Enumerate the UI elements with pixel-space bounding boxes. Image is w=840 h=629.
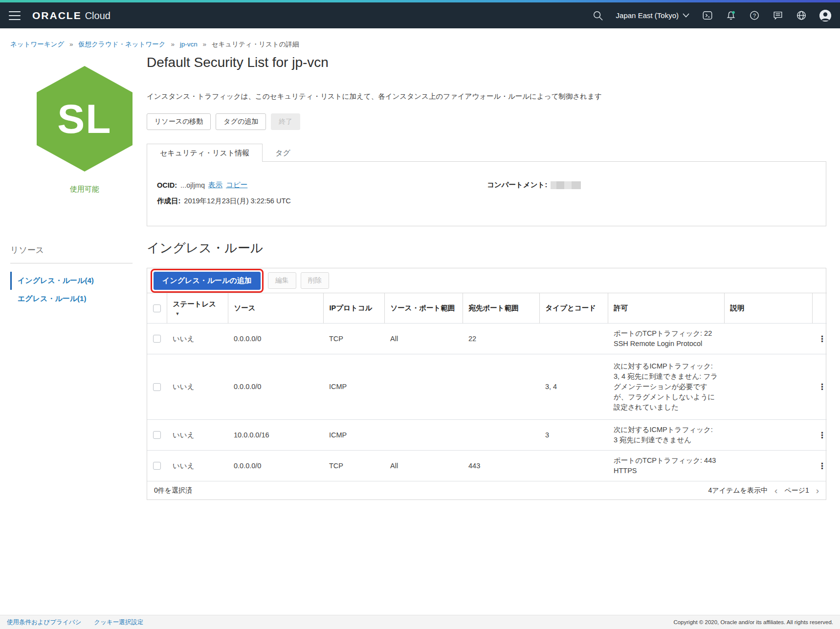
cell-dst-port bbox=[463, 354, 539, 420]
edit-button[interactable]: 編集 bbox=[268, 272, 296, 289]
cell-stateless: いいえ bbox=[167, 420, 228, 451]
cell-source: 10.0.0.0/16 bbox=[228, 420, 323, 451]
cookie-preferences-link[interactable]: クッキー選択設定 bbox=[94, 618, 143, 627]
table-header-row: ステートレス▼ ソース IPプロトコル ソース・ポート範囲 宛先ポート範囲 タイ… bbox=[147, 293, 827, 324]
oracle-cloud-logo[interactable]: ORACLE Cloud bbox=[32, 10, 111, 22]
tab-tags[interactable]: タグ bbox=[263, 144, 303, 162]
cell-type-code: 3 bbox=[539, 420, 608, 451]
compartment-label: コンパートメント: bbox=[487, 180, 547, 190]
ingress-rules-table-container: イングレス・ルールの追加 編集 削除 ステートレス▼ ソース IPプロトコル ソ… bbox=[147, 268, 826, 500]
header-description: 説明 bbox=[724, 293, 812, 324]
table-footer: 0件を選択済 4アイテムを表示中 ‹ ページ1 › bbox=[147, 481, 826, 499]
security-list-info-panel: OCID: ...ojljmq 表示 コピー 作成日: 2019年12月23日(… bbox=[147, 161, 826, 226]
page-indicator: ページ1 bbox=[784, 486, 809, 495]
row-kebab-menu-icon[interactable]: ⋮ bbox=[812, 354, 827, 420]
table-row: いいえ 0.0.0.0/0 TCP All 443 ポートのTCPトラフィック:… bbox=[147, 451, 827, 481]
row-checkbox[interactable] bbox=[153, 383, 161, 391]
header-allows: 許可 bbox=[608, 293, 724, 324]
row-checkbox[interactable] bbox=[153, 462, 161, 470]
red-highlight-annotation: イングレス・ルールの追加 bbox=[151, 269, 264, 293]
sidebar-heading: リソース bbox=[10, 244, 44, 256]
ocid-copy-link[interactable]: コピー bbox=[226, 180, 247, 190]
header-actions bbox=[812, 293, 827, 324]
cell-source: 0.0.0.0/0 bbox=[228, 354, 323, 420]
resource-actions: リソースの移動 タグの追加 終了 bbox=[147, 113, 300, 130]
select-all-checkbox[interactable] bbox=[153, 304, 161, 312]
cell-stateless: いいえ bbox=[167, 324, 228, 354]
header-type-and-code: タイプとコード bbox=[539, 293, 608, 324]
terminate-button[interactable]: 終了 bbox=[271, 113, 300, 130]
main-content: Default Security List for jp-vcn インスタンス・… bbox=[147, 0, 826, 629]
copyright-text: Copyright © 2020, Oracle and/or its affi… bbox=[673, 619, 833, 625]
ingress-rules-heading: イングレス・ルール bbox=[147, 239, 263, 257]
cell-src-port bbox=[384, 354, 463, 420]
cell-protocol: TCP bbox=[323, 451, 384, 481]
selected-count: 0件を選択済 bbox=[154, 486, 192, 495]
row-kebab-menu-icon[interactable]: ⋮ bbox=[812, 451, 827, 481]
page-prev-icon[interactable]: ‹ bbox=[774, 486, 777, 495]
cell-description bbox=[724, 324, 812, 354]
cell-dst-port: 443 bbox=[463, 451, 539, 481]
created-label: 作成日: bbox=[157, 196, 180, 206]
sidebar-item-egress-rules[interactable]: エグレス・ルール(1) bbox=[10, 290, 133, 308]
cell-stateless: いいえ bbox=[167, 354, 228, 420]
items-showing: 4アイテムを表示中 bbox=[708, 486, 767, 495]
cell-src-port bbox=[384, 420, 463, 451]
cell-stateless: いいえ bbox=[167, 451, 228, 481]
header-source: ソース bbox=[228, 293, 323, 324]
cell-type-code bbox=[539, 451, 608, 481]
page-title: Default Security List for jp-vcn bbox=[147, 55, 329, 70]
header-destination-port-range: 宛先ポート範囲 bbox=[463, 293, 539, 324]
cell-dst-port bbox=[463, 420, 539, 451]
cell-type-code bbox=[539, 324, 608, 354]
cell-protocol: ICMP bbox=[323, 420, 384, 451]
terms-privacy-link[interactable]: 使用条件およびプライバシ bbox=[7, 618, 81, 627]
table-row: いいえ 0.0.0.0/0 ICMP 3, 4 次に対するICMPトラフィック:… bbox=[147, 354, 827, 420]
detail-tabs: セキュリティ・リスト情報 タグ bbox=[147, 144, 303, 162]
cell-description bbox=[724, 420, 812, 451]
row-kebab-menu-icon[interactable]: ⋮ bbox=[812, 324, 827, 354]
page-footer: 使用条件およびプライバシ クッキー選択設定 Copyright © 2020, … bbox=[0, 615, 840, 629]
row-kebab-menu-icon[interactable]: ⋮ bbox=[812, 420, 827, 451]
add-tags-button[interactable]: タグの追加 bbox=[216, 113, 266, 130]
row-checkbox[interactable] bbox=[153, 431, 161, 439]
ocid-value: ...ojljmq bbox=[180, 181, 205, 189]
ocid-show-link[interactable]: 表示 bbox=[208, 180, 222, 190]
security-list-hexagon-badge: SL bbox=[37, 66, 133, 172]
cell-src-port: All bbox=[384, 451, 463, 481]
delete-button[interactable]: 削除 bbox=[301, 272, 329, 289]
ocid-label: OCID: bbox=[157, 181, 177, 189]
cell-dst-port: 22 bbox=[463, 324, 539, 354]
cell-type-code: 3, 4 bbox=[539, 354, 608, 420]
sidebar-item-ingress-rules[interactable]: イングレス・ルール(4) bbox=[10, 272, 133, 290]
cell-allows: ポートのTCPトラフィック: 443 HTTPS bbox=[608, 451, 724, 481]
add-ingress-rules-button[interactable]: イングレス・ルールの追加 bbox=[154, 272, 261, 290]
row-checkbox[interactable] bbox=[153, 335, 161, 343]
cell-description bbox=[724, 451, 812, 481]
header-source-port-range: ソース・ポート範囲 bbox=[384, 293, 463, 324]
brand-oracle: ORACLE bbox=[32, 10, 82, 22]
created-value: 2019年12月23日(月) 3:22:56 UTC bbox=[184, 196, 290, 206]
sidebar-nav: イングレス・ルール(4) エグレス・ルール(1) bbox=[10, 272, 133, 308]
cell-allows: 次に対するICMPトラフィック: 3 宛先に到達できません bbox=[608, 420, 724, 451]
sort-desc-icon: ▼ bbox=[176, 311, 180, 316]
cell-source: 0.0.0.0/0 bbox=[228, 324, 323, 354]
table-row: いいえ 10.0.0.0/16 ICMP 3 次に対するICMPトラフィック: … bbox=[147, 420, 827, 451]
cell-allows: 次に対するICMPトラフィック: 3, 4 宛先に到達できません: フラグメンテ… bbox=[608, 354, 724, 420]
cell-protocol: ICMP bbox=[323, 354, 384, 420]
header-stateless[interactable]: ステートレス▼ bbox=[167, 293, 228, 324]
hamburger-menu-icon[interactable] bbox=[9, 11, 21, 20]
tab-security-list-info[interactable]: セキュリティ・リスト情報 bbox=[147, 144, 263, 162]
header-ip-protocol: IPプロトコル bbox=[323, 293, 384, 324]
page-next-icon[interactable]: › bbox=[816, 486, 819, 495]
breadcrumb-separator: » bbox=[69, 41, 73, 48]
table-row: いいえ 0.0.0.0/0 TCP All 22 ポートのTCPトラフィック: … bbox=[147, 324, 827, 354]
pagination: 4アイテムを表示中 ‹ ページ1 › bbox=[708, 486, 819, 495]
breadcrumb-networking[interactable]: ネットワーキング bbox=[10, 41, 64, 48]
compartment-redacted-value bbox=[551, 181, 581, 189]
move-resource-button[interactable]: リソースの移動 bbox=[147, 113, 211, 130]
cell-protocol: TCP bbox=[323, 324, 384, 354]
status-available: 使用可能 bbox=[37, 185, 133, 194]
page-description: インスタンス・トラフィックは、このセキュリティ・リストに加えて、各インスタンス上… bbox=[147, 92, 602, 101]
table-toolbar: イングレス・ルールの追加 編集 削除 bbox=[147, 268, 826, 293]
